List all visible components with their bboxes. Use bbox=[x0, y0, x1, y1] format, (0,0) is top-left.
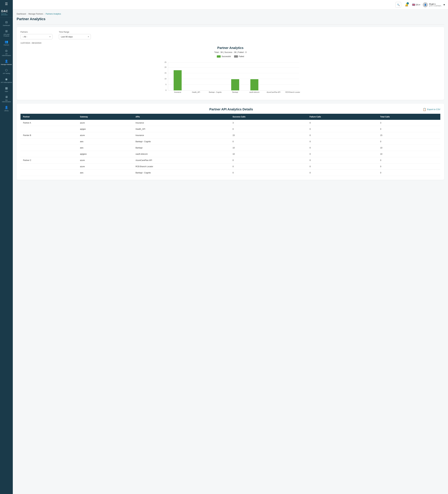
bar-insurance bbox=[174, 70, 182, 90]
hamburger-button[interactable]: ☰ bbox=[0, 0, 13, 8]
sidebar-item-label: API Subscriptions bbox=[1, 82, 12, 83]
chart-subtitle: Total : 38 | Success : 38 | Failed : 0 bbox=[21, 51, 440, 53]
cell-gateway: apigeex bbox=[77, 151, 133, 157]
content-area: Dashboard › Manage Partners › Partners A… bbox=[13, 10, 448, 494]
cell-api: Bankapi - Cognito bbox=[133, 138, 230, 145]
cell-failure: 0 bbox=[307, 151, 378, 157]
sidebar-item-label: API Administration bbox=[1, 53, 12, 56]
sidebar-item-api-testing[interactable]: ⬡ API Testing bbox=[0, 67, 13, 76]
sidebar-item-site-administration[interactable]: 🖥 Site Administration bbox=[0, 94, 13, 104]
cell-api: Bankapi - Cognito bbox=[133, 170, 230, 176]
logo-subtext: DIGITAL APICRAFT bbox=[1, 13, 12, 15]
svg-text:5: 5 bbox=[166, 84, 167, 86]
search-button[interactable]: 🔍 bbox=[395, 2, 401, 8]
table-card: Partner API Analytics Details 📋 Export t… bbox=[17, 104, 444, 180]
table-row: apigeex oauth-telecom 10 0 10 bbox=[21, 151, 440, 157]
sidebar-item-manage-partners[interactable]: 👤 Manage Partners bbox=[0, 58, 13, 67]
cell-gateway: apigee bbox=[77, 126, 133, 132]
notification-button[interactable]: 🔔 0 bbox=[404, 2, 410, 8]
user-menu[interactable]: 👤 Hi giri v girish.v+pa@digita... ▾ bbox=[423, 2, 445, 7]
cell-failure: 0 bbox=[307, 132, 378, 138]
cell-partner bbox=[21, 170, 77, 176]
timerange-filter-label: Time Range bbox=[59, 31, 91, 33]
chart-legend: Successful Failed bbox=[21, 55, 440, 58]
table-header: Partner Gateway APIs Success Calls Failu… bbox=[21, 114, 440, 120]
col-total-calls: Total Calls bbox=[378, 114, 440, 120]
cell-api: Health_API bbox=[133, 126, 230, 132]
cell-success: 15 bbox=[230, 132, 307, 138]
cell-gateway: aws bbox=[77, 138, 133, 145]
timerange-chevron-icon: ▾ bbox=[88, 36, 89, 37]
user-email: girish.v+pa@digita... bbox=[429, 5, 442, 7]
col-failure-calls: Failure Calls bbox=[307, 114, 378, 120]
language-selector[interactable]: 🇬🇧 EN ▾ bbox=[412, 3, 420, 6]
breadcrumb-dashboard[interactable]: Dashboard bbox=[17, 13, 26, 15]
cell-partner bbox=[21, 138, 77, 145]
chart-section: Partner Analytics Total : 38 | Success :… bbox=[21, 46, 440, 96]
cell-failure: 0 bbox=[307, 157, 378, 163]
chart-title: Partner Analytics bbox=[21, 46, 440, 50]
timerange-dropdown[interactable]: Last 90 days ▾ bbox=[59, 34, 91, 39]
cell-success: 10 bbox=[230, 145, 307, 151]
manage-partners-icon: 👤 bbox=[5, 60, 8, 63]
col-partner: Partner bbox=[21, 114, 77, 120]
svg-text:20: 20 bbox=[165, 66, 167, 68]
table-row: Parnter B azure Insurance 15 0 15 bbox=[21, 132, 440, 138]
breadcrumb-manage-partners[interactable]: Manage Partners bbox=[28, 13, 43, 15]
dashboard-icon: ⊟ bbox=[5, 21, 8, 24]
cell-api: RCB Branch Locator bbox=[133, 163, 230, 170]
cell-total: 0 bbox=[378, 170, 440, 176]
apis-icon: ⊞ bbox=[5, 29, 8, 33]
cell-partner: Partner C bbox=[21, 157, 77, 163]
table-row: aws Bankapi - Cognito 0 0 0 bbox=[21, 138, 440, 145]
sidebar-item-label: Apps bbox=[5, 91, 8, 92]
bar-bankapi bbox=[231, 79, 239, 90]
export-csv-button[interactable]: 📋 Export to CSV bbox=[423, 108, 440, 111]
sidebar-item-label: Dashboard bbox=[3, 25, 10, 26]
sidebar-item-library[interactable]: 👤 Library bbox=[0, 104, 13, 113]
cell-success: 0 bbox=[230, 138, 307, 145]
breadcrumb: Dashboard › Manage Partners › Partners A… bbox=[17, 13, 444, 15]
col-success-calls: Success Calls bbox=[230, 114, 307, 120]
sidebar-item-label: APIs and Products bbox=[1, 34, 12, 37]
sidebar-item-label: Manage Partners bbox=[1, 64, 12, 65]
svg-text:0: 0 bbox=[166, 89, 167, 91]
cell-failure: 0 bbox=[307, 138, 378, 145]
user-greeting: Hi giri v bbox=[429, 3, 442, 5]
svg-text:Health_API: Health_API bbox=[192, 91, 200, 93]
partners-icon: 👥 bbox=[5, 40, 8, 44]
breadcrumb-sep-1: › bbox=[27, 13, 27, 15]
svg-text:AzureCarePlan API: AzureCarePlan API bbox=[267, 91, 280, 93]
svg-text:RCB Branch Locator: RCB Branch Locator bbox=[285, 91, 300, 93]
partners-chevron-icon: ▾ bbox=[49, 36, 50, 37]
sidebar-item-dashboard[interactable]: ⊟ Dashboard bbox=[0, 19, 13, 28]
sidebar-item-api-administration[interactable]: ◎ API Administration bbox=[0, 47, 13, 58]
avatar: 👤 bbox=[423, 2, 428, 7]
table-row: aws Bankapi - Cognito 0 0 0 bbox=[21, 170, 440, 176]
table-row: Partner A azure Insurance 3 0 3 bbox=[21, 120, 440, 126]
legend-failed: Failed bbox=[234, 55, 244, 58]
sidebar-item-partners[interactable]: 👥 Partners bbox=[0, 38, 13, 47]
library-icon: 👤 bbox=[5, 106, 8, 109]
table-row: azure RCB Branch Locator 0 0 0 bbox=[21, 163, 440, 170]
sidebar-item-apis-products[interactable]: ⊞ APIs and Products bbox=[0, 28, 13, 38]
api-admin-icon: ◎ bbox=[5, 49, 8, 52]
cell-failure: 0 bbox=[307, 170, 378, 176]
timerange-filter-group: Time Range Last 90 days ▾ bbox=[59, 31, 91, 39]
cell-failure: 0 bbox=[307, 145, 378, 151]
svg-text:oauth-telecom: oauth-telecom bbox=[249, 91, 259, 93]
table-title: Partner API Analytics Details bbox=[40, 108, 423, 111]
lang-label: EN bbox=[416, 4, 419, 6]
partners-dropdown[interactable]: - All - ▾ bbox=[21, 34, 52, 39]
cell-gateway: azure bbox=[77, 132, 133, 138]
partners-dropdown-value: - All - bbox=[23, 36, 27, 38]
page-title: Partner Analytics bbox=[17, 17, 444, 21]
svg-text:Bankapi - Cognito: Bankapi - Cognito bbox=[209, 91, 222, 93]
chart-svg: 0 5 10 15 20 25 Insurance Health_API bbox=[21, 61, 440, 96]
col-apis: APIs bbox=[133, 114, 230, 120]
cell-success: 0 bbox=[230, 157, 307, 163]
cell-total: 10 bbox=[378, 151, 440, 157]
sidebar-item-api-subscriptions[interactable]: ◉ API Subscriptions bbox=[0, 76, 13, 85]
sidebar-item-apps[interactable]: ▦ Apps bbox=[0, 85, 13, 94]
user-chevron-icon: ▾ bbox=[444, 3, 445, 6]
